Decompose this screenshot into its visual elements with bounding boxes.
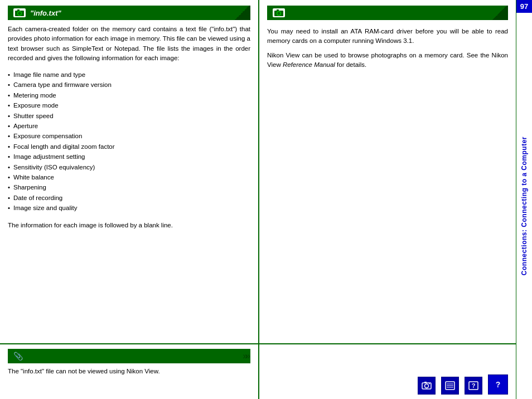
list-item: •Date of recording [8, 193, 250, 203]
right-body-para2-italic: Reference Manual [283, 61, 335, 68]
bottom-right: ? ? [259, 344, 516, 399]
banner-title: "info.txt" [30, 9, 61, 17]
list-item-text: Exposure mode [13, 100, 59, 110]
right-body-para2: Nikon View can be used to browse photogr… [267, 51, 508, 70]
sidebar-title: Connections: Connecting to a Computer [516, 17, 532, 396]
list-item: •Exposure compensation [8, 131, 250, 141]
bullet: • [8, 111, 10, 121]
list-item-text: Sharpening [13, 182, 46, 192]
bottom-banner: 📎 »» [8, 349, 250, 363]
list-item-text: Date of recording [13, 193, 62, 203]
left-banner: "info.txt" »» [8, 6, 250, 20]
bottom-banner-chevrons: »» [243, 351, 248, 361]
bullet: • [8, 100, 10, 110]
main-content: "info.txt" »» Each camera-created folder… [0, 0, 516, 399]
list-item: •Focal length and digital zoom factor [8, 142, 250, 152]
list-item-text: Camera type and firmware version [13, 80, 112, 90]
bottom-left: 📎 »» The "info.txt" file can not be view… [0, 344, 259, 399]
left-column: "info.txt" »» Each camera-created folder… [0, 0, 259, 343]
right-banner-chevrons: »» [499, 7, 506, 19]
list-item-text: Sensitivity (ISO equivalency) [13, 162, 95, 172]
list-item: •Aperture [8, 121, 250, 131]
help-nav-icon[interactable]: ? [465, 377, 482, 395]
bullet: • [8, 131, 10, 141]
svg-rect-5 [277, 9, 279, 11]
right-banner: »» [267, 6, 508, 20]
paperclip-icon: 📎 [13, 352, 23, 361]
right-camera-icon [273, 8, 285, 17]
left-body-intro: Each camera-created folder on the memory… [8, 25, 250, 63]
list-item: •Exposure mode [8, 100, 250, 110]
camera-nav-icon[interactable] [418, 377, 436, 395]
sidebar: 97 Connections: Connecting to a Computer [516, 0, 532, 399]
question-nav-icon[interactable]: ? [488, 374, 508, 395]
svg-rect-2 [17, 9, 20, 11]
bullet: • [8, 193, 10, 203]
list-item-text: Shutter speed [13, 111, 54, 121]
right-body-para1: You may need to install an ATA RAM-card … [267, 27, 508, 46]
svg-point-9 [429, 383, 430, 385]
columns: "info.txt" »» Each camera-created folder… [0, 0, 516, 343]
list-item-text: Aperture [13, 121, 38, 131]
bullet: • [8, 121, 10, 131]
left-list: •Image file name and type•Camera type an… [8, 70, 250, 213]
page-number: 97 [516, 0, 532, 13]
list-item-text: Exposure compensation [13, 131, 82, 141]
list-item-text: Focal length and digital zoom factor [13, 142, 115, 152]
bullet: • [8, 152, 10, 162]
bullet: • [8, 142, 10, 152]
bullet: • [8, 70, 10, 80]
bullet: • [8, 90, 10, 100]
list-item-text: Image file name and type [13, 70, 85, 80]
list-item: •Image adjustment setting [8, 152, 250, 162]
list-item: •White balance [8, 172, 250, 182]
menu-nav-icon[interactable] [441, 377, 459, 395]
list-item: •Sensitivity (ISO equivalency) [8, 162, 250, 172]
left-footer-note: The information for each image is follow… [8, 222, 250, 228]
svg-text:?: ? [496, 380, 501, 389]
svg-point-7 [425, 384, 429, 388]
banner-chevrons: »» [241, 7, 248, 19]
bullet: • [8, 182, 10, 192]
list-item-text: Image size and quality [13, 203, 77, 213]
bottom-note: The "info.txt" file can not be viewed us… [8, 368, 250, 374]
sidebar-text: Connections: Connecting to a Computer [520, 137, 528, 275]
right-column: »» You may need to install an ATA RAM-ca… [259, 0, 516, 343]
right-body-para2-end: for details. [337, 61, 366, 68]
bullet: • [8, 80, 10, 90]
bullet: • [8, 162, 10, 172]
bottom-section: 📎 »» The "info.txt" file can not be view… [0, 343, 516, 399]
list-item: •Image file name and type [8, 70, 250, 80]
list-item-text: White balance [13, 172, 54, 182]
list-item-text: Image adjustment setting [13, 152, 85, 162]
svg-text:?: ? [472, 382, 476, 389]
list-item: •Shutter speed [8, 111, 250, 121]
bullet: • [8, 172, 10, 182]
list-item: •Metering mode [8, 90, 250, 100]
list-item: •Sharpening [8, 182, 250, 192]
list-item: •Camera type and firmware version [8, 80, 250, 90]
camera-icon [13, 8, 26, 17]
list-item: •Image size and quality [8, 203, 250, 213]
svg-rect-8 [424, 382, 427, 383]
list-item-text: Metering mode [13, 90, 56, 100]
bullet: • [8, 203, 10, 213]
